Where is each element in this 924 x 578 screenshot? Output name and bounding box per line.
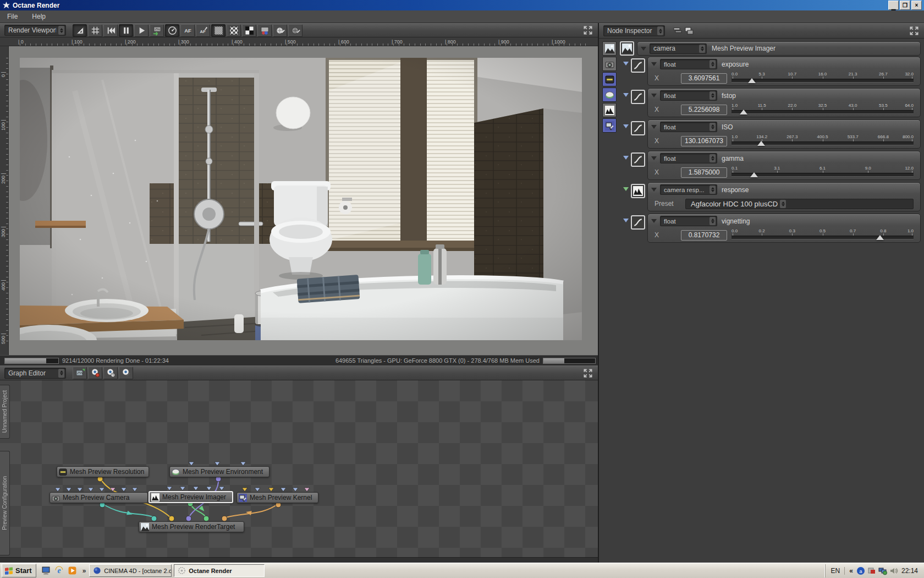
show-desktop-icon[interactable] <box>40 564 53 577</box>
render-viewport-canvas[interactable] <box>9 46 598 355</box>
maximize-button[interactable]: ❐ <box>900 1 910 10</box>
slider-handle[interactable] <box>740 110 747 114</box>
slider-handle[interactable] <box>750 172 758 177</box>
param-type-dropdown[interactable]: float <box>660 153 717 163</box>
layout-expand-icon[interactable] <box>684 26 694 36</box>
slider-handle[interactable] <box>876 235 884 240</box>
import-image-icon[interactable] <box>73 367 87 379</box>
curve-param-icon[interactable] <box>631 58 645 73</box>
curve-param-icon[interactable] <box>631 215 645 230</box>
node-pin-resolution-icon[interactable] <box>602 72 617 86</box>
cursor-tool-icon[interactable] <box>73 24 87 37</box>
param-collapse-icon[interactable] <box>623 62 629 66</box>
node-pin-imager-icon[interactable] <box>602 103 617 117</box>
curve-param-icon[interactable] <box>631 121 645 135</box>
resume-render-icon[interactable] <box>134 24 148 37</box>
dropdown-spinner-icon[interactable] <box>710 186 716 194</box>
selector-spinner-icon[interactable] <box>657 26 663 35</box>
material-picker-white-icon[interactable] <box>273 24 287 37</box>
dropdown-spinner-icon[interactable] <box>710 60 716 68</box>
param-type-dropdown[interactable]: float <box>660 216 717 226</box>
menu-item-help[interactable]: Help <box>25 13 53 20</box>
pause-render-icon[interactable] <box>119 24 133 37</box>
param-collapse-icon[interactable] <box>623 187 629 191</box>
param-slider[interactable]: 1.0134.2267.3400.5533.7666.8800.0 <box>732 134 914 148</box>
inspector-fullscreen-icon[interactable] <box>909 25 920 36</box>
dropdown-spinner-icon[interactable] <box>710 91 716 100</box>
param-collapse-icon[interactable] <box>623 93 629 97</box>
param-value-field[interactable]: 5.2256098 <box>681 105 727 115</box>
param-type-dropdown[interactable]: camera resp... <box>660 184 717 195</box>
blue-a-icon[interactable]: a <box>856 566 865 575</box>
red-app-icon[interactable] <box>867 566 876 575</box>
selector-spinner-icon[interactable] <box>58 26 64 35</box>
param-value-field[interactable]: 130.1067073 <box>681 136 727 146</box>
dropdown-spinner-icon[interactable] <box>710 217 716 225</box>
dropdown-spinner-icon[interactable] <box>710 123 716 131</box>
start-button[interactable]: Start <box>2 564 36 577</box>
region-grid-icon[interactable] <box>88 24 102 37</box>
internet-explorer-icon[interactable]: e <box>53 564 66 577</box>
imager-param-icon[interactable] <box>631 184 645 198</box>
anaglyph-icon[interactable] <box>257 24 272 37</box>
slider-handle[interactable] <box>757 141 765 146</box>
param-slider[interactable]: 0.00.20.30.50.70.81.0 <box>732 228 914 242</box>
material-picker-black-icon[interactable] <box>288 24 302 37</box>
param-slider[interactable]: 1.011.522.032.543.053.564.0 <box>732 102 914 117</box>
autofocus-icon[interactable]: AF <box>180 24 195 37</box>
minimize-button[interactable]: ▁ <box>888 1 899 10</box>
node-pin-environment-icon[interactable] <box>602 88 617 102</box>
graph-editor-canvas[interactable]: Unnamed ProjectPreview ConfigurationMesh… <box>0 380 598 557</box>
graph-node-resolution[interactable]: Mesh Preview Resolution <box>57 466 149 477</box>
node-pin-kernel-icon[interactable] <box>602 118 617 133</box>
media-player-icon[interactable] <box>66 564 79 577</box>
dropdown-spinner-icon[interactable] <box>699 45 705 53</box>
param-slider[interactable]: 0.05.310.716.021.326.732.0 <box>732 71 914 85</box>
graph-node-rendertarget[interactable]: Mesh Preview RenderTarget <box>139 521 244 532</box>
param-collapse-icon[interactable] <box>623 156 629 160</box>
restart-render-icon[interactable] <box>103 24 118 37</box>
viewport-selector[interactable]: Render Viewport <box>4 25 66 36</box>
alpha-checker-coarse-icon[interactable] <box>227 24 241 37</box>
quicklaunch-overflow-chevron[interactable]: » <box>79 567 90 575</box>
layout-compact-icon[interactable] <box>673 26 683 36</box>
collapse-triangle-icon[interactable] <box>641 47 646 51</box>
save-image-icon[interactable] <box>150 24 164 37</box>
eye-pencil-icon[interactable] <box>119 367 133 379</box>
param-value-field[interactable]: 1.5875000 <box>681 167 727 178</box>
node-inspector-selector[interactable]: Node Inspector <box>603 25 665 36</box>
node-pin-rendertarget-icon[interactable] <box>602 41 617 56</box>
curve-param-icon[interactable] <box>631 152 645 167</box>
alpha-half-icon[interactable] <box>242 24 256 37</box>
node-pin-camera-icon[interactable] <box>602 57 617 71</box>
realtime-icon[interactable] <box>165 24 179 37</box>
param-value-field[interactable]: 0.8170732 <box>681 230 727 241</box>
slider-handle[interactable] <box>748 78 756 83</box>
param-collapse-icon[interactable] <box>623 219 629 222</box>
graph-node-environment[interactable]: Mesh Preview Environment <box>169 466 270 477</box>
curve-param-icon[interactable] <box>631 90 645 104</box>
graph-tab-unnamed-project[interactable]: Unnamed Project <box>0 385 10 439</box>
param-type-dropdown[interactable]: float <box>660 59 717 69</box>
node-type-dropdown[interactable]: camera <box>650 43 707 54</box>
eye-red-icon[interactable] <box>88 367 102 379</box>
param-type-dropdown[interactable]: float <box>660 90 717 101</box>
param-collapse-icon[interactable] <box>623 124 629 128</box>
eye-clock-icon[interactable] <box>103 367 118 379</box>
volume-icon[interactable] <box>889 566 898 575</box>
graph-fullscreen-icon[interactable] <box>582 368 593 379</box>
network-icon[interactable] <box>878 566 887 575</box>
language-indicator[interactable]: EN <box>831 567 845 575</box>
selector-spinner-icon[interactable] <box>58 369 64 378</box>
graph-node-camera[interactable]: Mesh Preview Camera <box>50 492 148 503</box>
menu-item-file[interactable]: File <box>0 13 25 20</box>
param-slider[interactable]: 0.13.16.19.012.0 <box>732 165 914 179</box>
graph-node-imager[interactable]: Mesh Preview Imager <box>148 491 233 503</box>
task-button-cinema4d[interactable]: CINEMA 4D - [octane 2.c... <box>89 564 172 577</box>
param-value-field[interactable]: 3.6097561 <box>681 73 727 84</box>
dropdown-spinner-icon[interactable] <box>780 200 786 208</box>
graph-node-kernel[interactable]: Mesh Preview Kernel <box>237 492 318 503</box>
tray-chevron[interactable]: « <box>849 567 853 575</box>
task-button-octane[interactable]: Octane Render <box>174 564 265 577</box>
viewport-fullscreen-icon[interactable] <box>582 25 593 36</box>
